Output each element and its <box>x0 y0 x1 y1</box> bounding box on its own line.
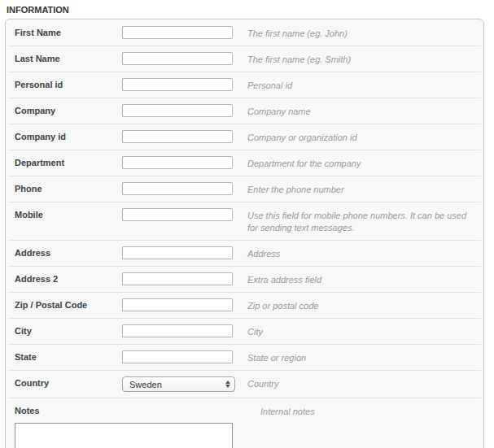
phone-label: Phone <box>15 182 122 194</box>
city-help: City <box>247 324 476 338</box>
city-label: City <box>15 324 122 336</box>
address2-help: Extra address field <box>247 272 476 286</box>
state-help: State or region <box>247 350 476 364</box>
company-input[interactable] <box>122 104 233 117</box>
last-name-label: Last Name <box>15 52 122 63</box>
notes-textarea[interactable] <box>15 423 233 448</box>
form-row-first-name: First Name The first name (eg. John) <box>8 20 481 46</box>
country-select-value: Sweden <box>129 380 162 389</box>
mobile-label: Mobile <box>15 208 122 220</box>
phone-help: Enter the phone number <box>247 182 476 196</box>
zip-help: Zip or postal code <box>247 298 476 312</box>
country-label: Country <box>15 376 122 388</box>
state-label: State <box>15 350 122 362</box>
first-name-help: The first name (eg. John) <box>247 26 476 40</box>
updown-arrows-icon <box>225 381 230 388</box>
form-row-city: City City <box>8 318 481 344</box>
country-help: Country <box>247 376 476 390</box>
city-input[interactable] <box>122 324 233 337</box>
form-row-country: Country Sweden Country <box>8 370 481 398</box>
last-name-input[interactable] <box>122 52 233 65</box>
zip-input[interactable] <box>122 298 233 311</box>
section-title: INFORMATION <box>0 0 494 19</box>
company-id-label: Company id <box>15 130 122 141</box>
form-row-state: State State or region <box>8 344 481 370</box>
address2-input[interactable] <box>122 272 233 285</box>
department-help: Department for the company <box>247 156 476 170</box>
form-row-address2: Address 2 Extra address field <box>8 266 481 292</box>
mobile-input[interactable] <box>122 208 233 221</box>
personal-id-input[interactable] <box>122 78 233 91</box>
personal-id-help: Personal id <box>247 78 476 92</box>
notes-help: Internal notes <box>260 404 476 418</box>
state-input[interactable] <box>122 350 233 363</box>
first-name-input[interactable] <box>122 26 233 39</box>
address-input[interactable] <box>122 246 233 259</box>
form-row-zip: Zip / Postal Code Zip or postal code <box>8 292 481 318</box>
personal-id-label: Personal id <box>15 78 122 89</box>
form-row-department: Department Department for the company <box>8 150 481 176</box>
form-row-company-id: Company id Company or organization id <box>8 124 481 150</box>
company-id-help: Company or organization id <box>247 130 476 144</box>
address-label: Address <box>15 246 122 258</box>
form-row-last-name: Last Name The first name (eg. Smith) <box>8 46 481 72</box>
form-row-personal-id: Personal id Personal id <box>8 72 481 98</box>
company-id-input[interactable] <box>122 130 233 143</box>
form-row-notes: Notes Internal notes <box>8 398 481 448</box>
department-label: Department <box>15 156 122 167</box>
phone-input[interactable] <box>122 182 233 195</box>
address-help: Address <box>247 246 476 260</box>
form-row-phone: Phone Enter the phone number <box>8 176 481 202</box>
zip-label: Zip / Postal Code <box>15 298 122 310</box>
last-name-help: The first name (eg. Smith) <box>247 52 476 66</box>
notes-label: Notes <box>15 404 122 418</box>
first-name-label: First Name <box>15 26 122 37</box>
country-select[interactable]: Sweden <box>122 376 235 392</box>
information-panel: First Name The first name (eg. John) Las… <box>5 19 484 448</box>
company-label: Company <box>15 104 122 115</box>
address2-label: Address 2 <box>15 272 122 284</box>
mobile-help: Use this field for mobile phone numbers.… <box>247 208 476 234</box>
form-row-mobile: Mobile Use this field for mobile phone n… <box>8 202 481 240</box>
form-row-company: Company Company name <box>8 98 481 124</box>
department-input[interactable] <box>122 156 233 169</box>
form-row-address: Address Address <box>8 240 481 266</box>
company-help: Company name <box>247 104 476 118</box>
